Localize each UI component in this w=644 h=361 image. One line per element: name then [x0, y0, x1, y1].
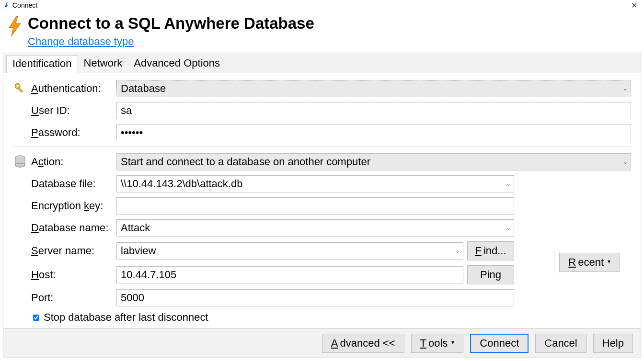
- tab-advanced-options[interactable]: Advanced Options: [128, 55, 226, 73]
- stop-db-label: Stop database after last disconnect: [44, 311, 208, 324]
- svg-point-1: [16, 85, 18, 87]
- stop-db-checkbox[interactable]: [33, 315, 39, 321]
- dbfile-combo[interactable]: \\10.44.143.2\db\attack.db⌄: [116, 175, 514, 192]
- window-title: Connect: [12, 1, 627, 9]
- cancel-button[interactable]: Cancel: [535, 334, 586, 353]
- divider: [13, 146, 631, 147]
- vertical-divider: [554, 250, 554, 274]
- host-label: Host:: [31, 269, 113, 281]
- userid-label: User ID:: [31, 104, 113, 117]
- recent-wrap: Recent: [554, 250, 620, 274]
- tools-button[interactable]: Tools: [411, 334, 464, 353]
- identification-pane: Authentication: Database⌄ User ID: Passw…: [3, 73, 641, 328]
- find-button[interactable]: Find...: [467, 241, 514, 260]
- help-button[interactable]: Help: [593, 334, 633, 353]
- chevron-down-icon: ⌄: [623, 85, 628, 92]
- database-icon: [13, 155, 27, 169]
- tabs: Identification Network Advanced Options: [3, 53, 641, 73]
- svg-rect-2: [18, 88, 23, 92]
- tab-network[interactable]: Network: [78, 55, 128, 73]
- recent-button[interactable]: Recent: [559, 253, 620, 272]
- ping-button[interactable]: Ping: [467, 265, 514, 284]
- password-input[interactable]: [116, 124, 631, 141]
- chevron-down-icon: ⌄: [506, 225, 511, 231]
- dialog-header: Connect to a SQL Anywhere Database Chang…: [0, 11, 644, 50]
- lightning-icon: [8, 16, 22, 39]
- connect-dialog: Connect ✕ Connect to a SQL Anywhere Data…: [0, 0, 644, 361]
- servername-label: Server name:: [31, 245, 113, 257]
- chevron-down-icon: ⌄: [506, 180, 511, 187]
- titlebar: Connect ✕: [0, 0, 644, 11]
- dbfile-label: Database file:: [31, 178, 113, 190]
- servername-combo[interactable]: labview⌄: [116, 242, 463, 259]
- tab-identification[interactable]: Identification: [6, 55, 78, 73]
- dialog-title: Connect to a SQL Anywhere Database: [28, 14, 314, 33]
- port-input[interactable]: [116, 289, 514, 306]
- advanced-button[interactable]: Advanced <<: [322, 334, 404, 353]
- host-input[interactable]: [116, 266, 463, 283]
- key-icon: [13, 82, 27, 95]
- password-label: Password:: [31, 126, 113, 139]
- chevron-down-icon: ⌄: [623, 158, 628, 165]
- enckey-input[interactable]: [116, 197, 514, 214]
- enckey-label: Encryption key:: [31, 200, 113, 212]
- close-icon[interactable]: ✕: [627, 1, 641, 10]
- dbname-label: Database name:: [31, 222, 113, 234]
- userid-input[interactable]: [116, 102, 631, 119]
- dialog-footer: Advanced << Tools Connect Cancel Help: [3, 328, 641, 358]
- connect-button[interactable]: Connect: [470, 334, 529, 353]
- port-label: Port:: [31, 292, 113, 304]
- dbname-combo[interactable]: Attack⌄: [116, 219, 514, 237]
- authentication-select[interactable]: Database⌄: [116, 80, 631, 97]
- action-label: Action:: [31, 156, 113, 168]
- app-icon: [3, 1, 11, 9]
- content-panel: Identification Network Advanced Options …: [3, 53, 641, 358]
- chevron-down-icon: ⌄: [455, 248, 460, 254]
- action-select[interactable]: Start and connect to a database on anoth…: [116, 153, 631, 170]
- change-db-type-link[interactable]: Change database type: [28, 35, 134, 48]
- authentication-label: Authentication:: [31, 82, 113, 95]
